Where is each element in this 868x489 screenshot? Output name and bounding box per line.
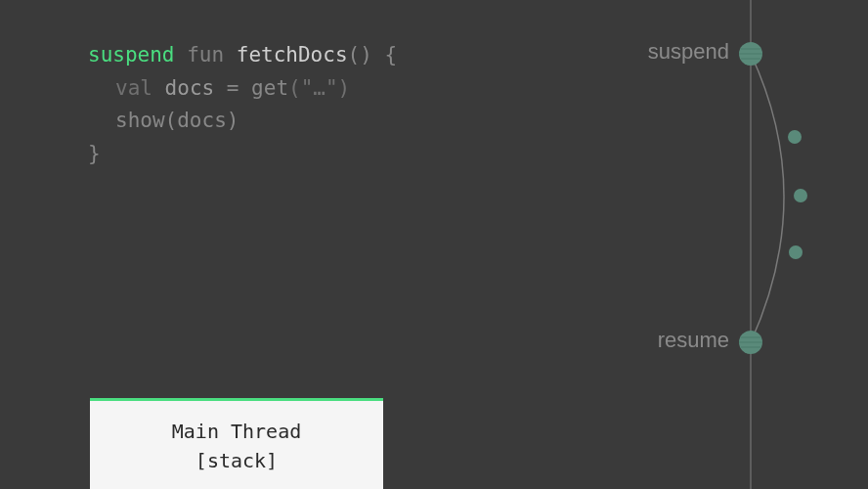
keyword-fun: fun <box>187 43 224 67</box>
show-arg: (docs) <box>165 109 239 132</box>
spindle-curve <box>751 54 784 342</box>
thread-subtitle: [stack] <box>102 446 371 475</box>
node-resume <box>739 331 762 354</box>
suspend-resume-diagram: suspend resume <box>604 0 868 489</box>
open-brace: { <box>372 43 397 67</box>
label-suspend: suspend <box>648 39 729 64</box>
keyword-val: val <box>115 76 152 100</box>
code-line-1: suspend fun fetchDocs() { <box>88 39 397 72</box>
parens: () <box>348 43 372 67</box>
get-arg: ("…") <box>288 76 350 100</box>
close-brace: } <box>88 142 101 165</box>
code-line-3: show(docs) <box>88 105 397 138</box>
code-line-4: } <box>88 138 397 171</box>
function-name: fetchDocs <box>237 43 348 67</box>
thread-title: Main Thread <box>102 417 371 446</box>
call-show: show <box>115 109 165 132</box>
node-mid-1 <box>788 130 802 144</box>
call-get: get <box>251 76 288 100</box>
assign-op: = <box>214 76 251 100</box>
code-line-2: val docs = get("…") <box>88 72 397 106</box>
label-resume: resume <box>658 328 729 352</box>
main-thread-stack-box: Main Thread [stack] <box>90 398 383 489</box>
variable-docs: docs <box>165 76 215 100</box>
keyword-suspend: suspend <box>88 43 175 67</box>
code-snippet: suspend fun fetchDocs() { val docs = get… <box>88 39 397 170</box>
node-suspend <box>739 42 762 66</box>
node-mid-3 <box>789 245 803 259</box>
node-mid-2 <box>794 189 807 202</box>
